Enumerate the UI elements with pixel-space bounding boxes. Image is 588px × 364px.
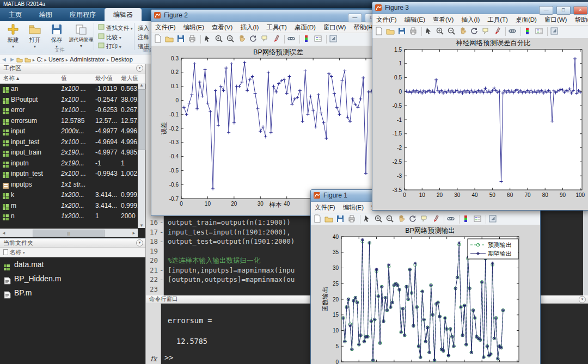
- figure1-window[interactable]: Figure 1 — □ 文件(F)编辑(E)查看(V)插入(I)工具(T)桌面…: [310, 189, 541, 364]
- new-file-icon[interactable]: [313, 214, 324, 225]
- file-item-BP_Hidden.m[interactable]: BP_Hidden.m: [0, 272, 145, 286]
- rotate-3d-icon[interactable]: [249, 34, 260, 45]
- save-icon[interactable]: [397, 27, 408, 37]
- insert-legend-icon[interactable]: [535, 27, 546, 37]
- close-button[interactable]: ×: [573, 6, 587, 15]
- breadcrumb-part[interactable]: Desktop: [111, 56, 133, 63]
- menu-item[interactable]: 查看(V): [429, 16, 457, 23]
- current-folder-header[interactable]: 当前文件夹 ▾: [0, 239, 145, 248]
- insert-legend-icon[interactable]: [473, 214, 484, 225]
- workspace-row-inputn[interactable]: inputn2x190...-11: [0, 158, 145, 169]
- data-cursor-icon[interactable]: [420, 214, 431, 225]
- current-folder-name-column[interactable]: 名称 ▾: [0, 248, 145, 257]
- data-cursor-icon[interactable]: [481, 27, 492, 37]
- link-plot-icon[interactable]: [287, 34, 298, 45]
- maximize-button[interactable]: □: [556, 6, 571, 15]
- scrollbar-thumb[interactable]: |||: [33, 230, 105, 237]
- menu-item[interactable]: 文件(F): [151, 24, 180, 30]
- menu-item[interactable]: 窗口(W): [541, 16, 571, 23]
- breakpoint-dash[interactable]: -: [160, 237, 164, 246]
- workspace-column-2[interactable]: 最小值: [95, 73, 113, 83]
- menu-item[interactable]: 帮助(H): [571, 16, 588, 23]
- zoom-out-icon[interactable]: [226, 34, 237, 45]
- file-item-BP.m[interactable]: BP.m: [0, 286, 145, 300]
- scroll-left-icon[interactable]: ◄: [2, 231, 6, 236]
- zoom-in-icon[interactable]: [374, 214, 385, 225]
- zoom-in-icon[interactable]: [215, 34, 225, 45]
- figure2-titlebar[interactable]: Figure 2 — □: [151, 10, 381, 22]
- menu-item[interactable]: 编辑(E): [180, 24, 208, 30]
- current-folder-menu-icon[interactable]: ▾: [136, 239, 143, 246]
- insert-colorbar-icon[interactable]: [302, 34, 313, 45]
- menu-item[interactable]: 插入(I): [236, 24, 262, 30]
- brush-icon[interactable]: [493, 27, 504, 37]
- data-cursor-icon[interactable]: [260, 34, 271, 45]
- scroll-right-icon[interactable]: ►: [132, 231, 136, 236]
- workspace-row-n[interactable]: n1x200...12000: [0, 211, 145, 222]
- ribbon-tab-应用程序[interactable]: 应用程序: [61, 8, 105, 22]
- menu-item[interactable]: 桌面(D): [291, 24, 320, 30]
- workspace-menu-icon[interactable]: ▾: [136, 65, 143, 72]
- insert-legend-icon[interactable]: [314, 34, 324, 45]
- workspace-column-1[interactable]: 值: [61, 73, 67, 83]
- breakpoint-dash[interactable]: -: [160, 275, 164, 285]
- open-file-icon[interactable]: [165, 34, 176, 45]
- breakpoint-dash[interactable]: -: [160, 227, 164, 237]
- figure2-window[interactable]: Figure 2 — □ 文件(F)编辑(E)查看(V)插入(I)工具(T)桌面…: [151, 9, 381, 216]
- workspace-vertical-scrollbar[interactable]: ▲ ▼: [138, 83, 145, 228]
- workspace-row-errorsum[interactable]: errorsum12.578512.57...12.57...: [0, 116, 145, 127]
- new-file-icon[interactable]: [375, 27, 385, 37]
- menu-item[interactable]: 查看(V): [208, 24, 236, 30]
- workspace-row-k[interactable]: k1x200...3.414...0.999...: [0, 190, 145, 201]
- forward-icon[interactable]: ►: [8, 56, 16, 63]
- cursor-icon[interactable]: [203, 34, 214, 45]
- ribbon-tab-主页[interactable]: 主页: [0, 8, 30, 22]
- open-file-icon[interactable]: [324, 214, 335, 225]
- workspace-row-input_test[interactable]: input_test2x100 ...-4.96944.996...: [0, 137, 145, 148]
- print-icon[interactable]: [409, 27, 420, 37]
- ribbon-button-比较[interactable]: 比较 ▾: [98, 33, 133, 42]
- command-prompt[interactable]: >>: [164, 353, 173, 362]
- pan-icon[interactable]: [397, 214, 408, 225]
- ribbon-button-查找文件[interactable]: 查找文件 ▾: [98, 23, 133, 33]
- workspace-column-0[interactable]: 名称 ▴: [3, 73, 19, 83]
- dock-icon[interactable]: [488, 214, 499, 225]
- scrollbar-thumb[interactable]: [138, 89, 145, 150]
- ribbon-button-新建[interactable]: 新建▾: [3, 23, 23, 49]
- browse-folder-icon[interactable]: [16, 57, 23, 63]
- ribbon-button-保存[interactable]: 保存▾: [47, 23, 66, 49]
- menu-item[interactable]: 桌面(D): [512, 16, 541, 23]
- cursor-icon[interactable]: [363, 214, 373, 225]
- workspace-column-3[interactable]: 最大值: [121, 73, 138, 83]
- menu-item[interactable]: 插入(I): [457, 16, 483, 23]
- dock-icon[interactable]: [329, 34, 340, 45]
- pan-icon[interactable]: [237, 34, 248, 45]
- open-file-icon[interactable]: [386, 27, 397, 37]
- rotate-3d-icon[interactable]: [470, 27, 481, 37]
- menu-item[interactable]: 文件(F): [372, 16, 401, 23]
- workspace-row-an[interactable]: an1x100 ...-1.01190.563...: [0, 84, 145, 95]
- workspace-row-inputn_test[interactable]: inputn_test2x100 ...-0.99431.002...: [0, 169, 145, 180]
- workspace-row-BPoutput[interactable]: BPoutput1x100 ...-0.254738.09...: [0, 95, 145, 106]
- workspace-row-m[interactable]: m1x200...3.414...0.999...: [0, 201, 145, 212]
- menu-item[interactable]: 窗口(W): [320, 24, 350, 30]
- command-window-menu-icon[interactable]: ▾: [579, 296, 586, 303]
- workspace-row-input[interactable]: input2000x...-4.99774.996...: [0, 126, 145, 137]
- insert-colorbar-icon[interactable]: [462, 214, 473, 225]
- minimize-button[interactable]: —: [539, 6, 553, 15]
- ribbon-button-打印[interactable]: 打印 ▾: [98, 42, 133, 51]
- ribbon-button-打开[interactable]: 打开▾: [25, 23, 45, 49]
- breakpoint-dash[interactable]: -: [160, 266, 164, 275]
- link-plot-icon[interactable]: [446, 214, 457, 225]
- cursor-icon[interactable]: [424, 27, 435, 37]
- ribbon-button-源代码管理[interactable]: 源代码管理▾: [69, 23, 94, 48]
- zoom-out-icon[interactable]: [447, 27, 458, 37]
- new-file-icon[interactable]: [154, 34, 164, 45]
- breadcrumb-part[interactable]: Administrator: [70, 56, 105, 63]
- breadcrumb-part[interactable]: Users: [48, 56, 64, 63]
- brush-icon[interactable]: [272, 34, 283, 45]
- link-plot-icon[interactable]: [508, 27, 519, 37]
- brush-icon[interactable]: [431, 214, 442, 225]
- ribbon-tab-编辑器[interactable]: 编辑器: [105, 8, 142, 22]
- pan-icon[interactable]: [458, 27, 469, 37]
